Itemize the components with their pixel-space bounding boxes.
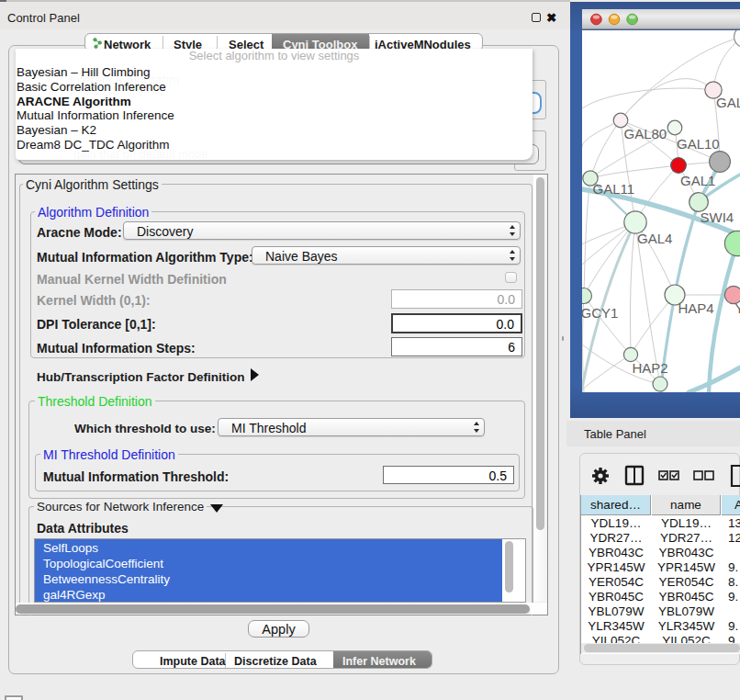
svg-text:SWI4: SWI4 — [701, 209, 734, 225]
svg-text:GCY1: GCY1 — [582, 305, 618, 321]
svg-text:HAP2: HAP2 — [633, 360, 668, 376]
svg-text:GAL2: GAL2 — [716, 95, 740, 110]
svg-text:GAL10: GAL10 — [677, 136, 720, 152]
svg-text:GAL80: GAL80 — [624, 126, 667, 141]
svg-text:GAL11: GAL11 — [593, 181, 635, 197]
svg-text:Y: Y — [735, 300, 740, 316]
svg-text:GAL4: GAL4 — [637, 231, 672, 246]
svg-text:HAP4: HAP4 — [678, 300, 714, 316]
svg-text:GAL1: GAL1 — [680, 173, 715, 188]
